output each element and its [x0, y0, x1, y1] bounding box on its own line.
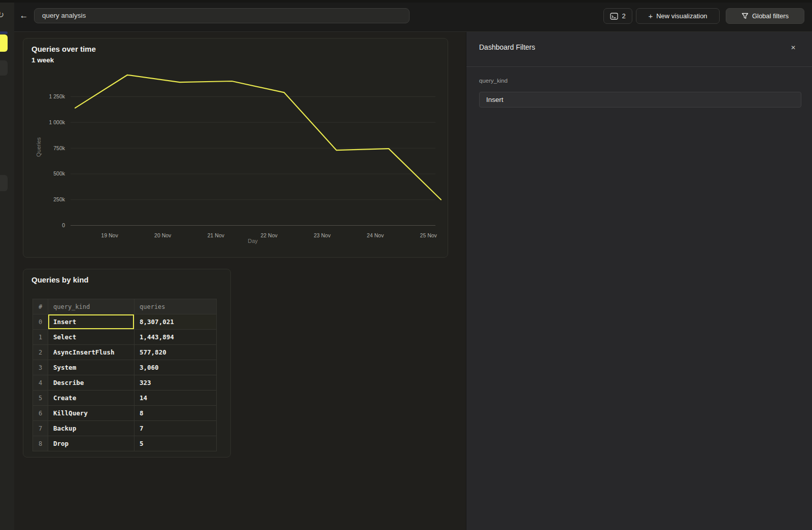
y-tick-label: 0 [62, 222, 65, 228]
table-row: 7Backup7 [33, 421, 217, 436]
row-index-cell[interactable]: 2 [33, 345, 48, 360]
table-row: 4Describe323 [33, 375, 217, 391]
table-row: 6KillQuery8 [33, 406, 217, 421]
history-refresh-icon[interactable]: ↻ [0, 10, 4, 20]
dashboard-title-input[interactable]: query analysis [34, 8, 410, 23]
row-index-cell[interactable]: 1 [33, 330, 48, 345]
queries-by-kind-table: # query_kind queries 0Insert8,307,0211Se… [32, 299, 217, 451]
table-row: 0Insert8,307,021 [33, 314, 217, 330]
queries-count-cell[interactable]: 8 [134, 406, 217, 421]
query-kind-cell[interactable]: Describe [48, 375, 134, 391]
x-tick-label: 22 Nov [260, 232, 278, 238]
y-tick-label: 250k [53, 196, 65, 202]
row-index-cell[interactable]: 5 [33, 391, 48, 406]
queries-count-cell[interactable]: 8,307,021 [134, 314, 217, 330]
new-visualization-button[interactable]: + New visualization [636, 8, 720, 24]
page-thumbnail-selected[interactable] [0, 34, 8, 52]
row-index-cell[interactable]: 3 [33, 360, 48, 375]
queries-count-cell[interactable]: 323 [134, 375, 217, 391]
query-kind-filter-input[interactable]: Insert [479, 92, 801, 108]
panel-divider [466, 66, 812, 67]
query-kind-cell[interactable]: Drop [48, 436, 134, 451]
page-thumbnail[interactable] [0, 175, 8, 191]
query-kind-cell[interactable]: System [48, 360, 134, 375]
row-index-cell[interactable]: 8 [33, 436, 48, 451]
x-axis-title: Day [248, 238, 258, 244]
global-filters-label: Global filters [752, 12, 789, 20]
global-filters-button[interactable]: Global filters [726, 8, 804, 24]
query-tabs-count: 2 [622, 12, 625, 20]
column-header-query-kind[interactable]: query_kind [48, 299, 134, 314]
dashboard-filters-panel: Dashboard Filters ✕ query_kind Insert [466, 32, 812, 530]
table-row: 2AsyncInsertFlush577,820 [33, 345, 217, 360]
funnel-icon [741, 13, 749, 19]
page-thumbnail[interactable] [0, 60, 8, 76]
row-index-cell[interactable]: 7 [33, 421, 48, 436]
table-row: 5Create14 [33, 391, 217, 406]
left-rail: ↻ [0, 3, 14, 530]
query-kind-cell[interactable]: KillQuery [48, 406, 134, 421]
query-tabs-button[interactable]: 2 [603, 8, 632, 24]
y-tick-label: 750k [53, 145, 65, 151]
queries-count-cell[interactable]: 14 [134, 391, 217, 406]
query-kind-cell[interactable]: Backup [48, 421, 134, 436]
x-tick-label: 21 Nov [208, 232, 225, 238]
query-kind-cell[interactable]: Insert [48, 314, 134, 330]
queries-count-cell[interactable]: 577,820 [134, 345, 217, 360]
column-header-index[interactable]: # [33, 299, 48, 314]
x-tick-label: 19 Nov [101, 232, 118, 238]
close-icon[interactable]: ✕ [788, 43, 798, 53]
dashboard-canvas: Queries over time 1 week 0250k500k750k1 … [14, 32, 466, 530]
back-button[interactable]: ← [17, 9, 30, 22]
queries-line-chart: 0250k500k750k1 000k1 250k19 Nov20 Nov21 … [23, 39, 448, 257]
column-header-queries[interactable]: queries [134, 299, 217, 314]
y-tick-label: 1 000k [49, 119, 65, 125]
new-visualization-label: New visualization [656, 12, 707, 20]
query-kind-cell[interactable]: Create [48, 391, 134, 406]
x-tick-label: 20 Nov [154, 232, 172, 238]
table-header-row: # query_kind queries [33, 299, 217, 314]
table-row: 1Select1,443,894 [33, 330, 217, 345]
y-axis-title: Queries [36, 137, 42, 157]
back-arrow-icon: ← [20, 11, 28, 20]
x-tick-label: 25 Nov [420, 232, 437, 238]
plus-icon: + [648, 12, 653, 20]
table-title: Queries by kind [31, 275, 89, 284]
filters-panel-title: Dashboard Filters [479, 43, 535, 51]
queries-series-line [75, 75, 441, 200]
thumbnail-selection-edge [0, 31, 8, 34]
queries-count-cell[interactable]: 1,443,894 [134, 330, 217, 345]
table-row: 8Drop5 [33, 436, 217, 451]
top-bar: ← query analysis 2 + New visualization [14, 3, 812, 32]
row-index-cell[interactable]: 6 [33, 406, 48, 421]
queries-count-cell[interactable]: 3,060 [134, 360, 217, 375]
x-tick-label: 24 Nov [367, 232, 384, 238]
table-row: 3System3,060 [33, 360, 217, 375]
y-tick-label: 500k [53, 170, 65, 176]
console-icon [610, 13, 618, 20]
queries-by-kind-card: Queries by kind # query_kind queries 0In… [23, 269, 231, 457]
row-index-cell[interactable]: 0 [33, 314, 48, 330]
x-tick-label: 23 Nov [314, 232, 331, 238]
dashboard-app: ← query analysis 2 + New visualization [0, 0, 812, 530]
query-kind-cell[interactable]: AsyncInsertFlush [48, 345, 134, 360]
queries-count-cell[interactable]: 7 [134, 421, 217, 436]
query-kind-cell[interactable]: Select [48, 330, 134, 345]
filter-field-label: query_kind [479, 78, 507, 84]
queries-over-time-card: Queries over time 1 week 0250k500k750k1 … [23, 38, 448, 258]
queries-count-cell[interactable]: 5 [134, 436, 217, 451]
y-tick-label: 1 250k [49, 93, 65, 99]
row-index-cell[interactable]: 4 [33, 375, 48, 391]
